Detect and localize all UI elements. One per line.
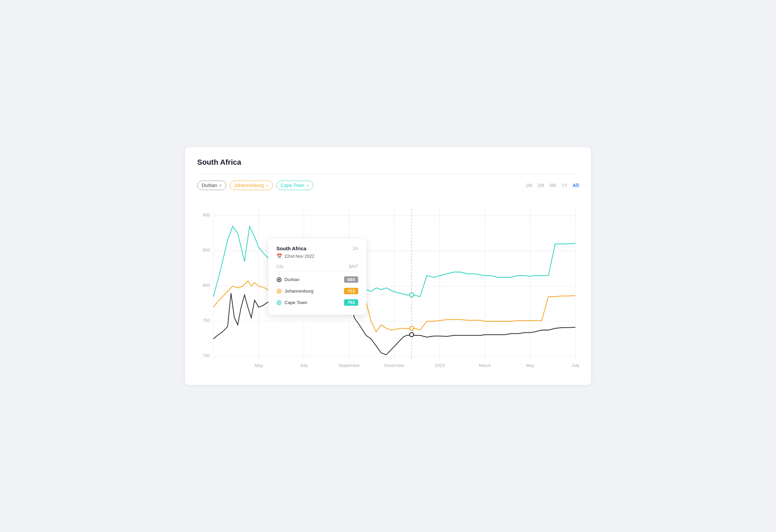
svg-text:750: 750 (203, 318, 210, 323)
tooltip-row-durban: Durban 684 (276, 274, 358, 285)
tooltip-table-header: City $/MT (276, 264, 358, 271)
calendar-icon: 📅 (276, 253, 282, 259)
svg-point-21 (410, 326, 414, 330)
svg-text:September: September (338, 363, 360, 368)
main-card: South Africa Durban × Johannesburg × Cap… (185, 147, 591, 385)
chart-area: 900 850 800 750 700 (197, 198, 579, 374)
svg-text:800: 800 (203, 283, 210, 288)
tooltip-value-johannesburg: 713 (344, 288, 358, 294)
svg-text:May: May (254, 363, 263, 368)
tooltip-date-text: 22nd Nov 2022 (284, 254, 314, 259)
svg-text:850: 850 (203, 248, 210, 253)
tooltip-row-johannesburg: Johannesburg 713 (276, 285, 358, 297)
svg-point-32 (278, 279, 280, 280)
tooltip-value-durban: 684 (344, 276, 358, 283)
time-btn-1y[interactable]: 1Y (562, 183, 567, 188)
svg-point-20 (410, 293, 414, 297)
tag-johannesburg-remove[interactable]: × (266, 183, 269, 188)
tooltip-city-durban: Durban (276, 277, 299, 282)
svg-text:July: July (571, 363, 579, 368)
page-title: South Africa (197, 158, 579, 167)
time-filters: 1M 2M 6M 1Y All (526, 183, 579, 188)
tooltip-row-capetown: Cape Town 753 (276, 297, 358, 308)
tag-capetown[interactable]: Cape Town × (276, 181, 313, 190)
svg-text:2023: 2023 (435, 363, 444, 368)
tooltip-city-johannesburg: Johannesburg (276, 288, 314, 294)
svg-text:May: May (526, 363, 534, 368)
tags-container: Durban × Johannesburg × Cape Town × (197, 181, 313, 190)
svg-text:700: 700 (203, 353, 210, 358)
tooltip-code: ZA (352, 246, 358, 251)
svg-text:March: March (479, 363, 491, 368)
tooltip-country: South Africa (276, 246, 306, 251)
time-btn-all[interactable]: All (573, 183, 579, 188)
tooltip-value-header: $/MT (349, 264, 358, 269)
divider (197, 174, 579, 174)
controls-row: Durban × Johannesburg × Cape Town × 1M 2… (197, 181, 579, 190)
time-btn-1m[interactable]: 1M (526, 183, 532, 188)
svg-text:November: November (384, 363, 405, 368)
durban-dot-icon (276, 277, 282, 282)
tooltip-value-capetown: 753 (344, 299, 358, 306)
chart-svg: 900 850 800 750 700 (197, 198, 579, 374)
tooltip-date: 📅 22nd Nov 2022 (276, 253, 358, 259)
tag-durban-label: Durban (202, 183, 217, 188)
johannesburg-dot-icon (276, 288, 282, 294)
tooltip: South Africa ZA 📅 22nd Nov 2022 City $/M… (268, 239, 366, 315)
tag-durban-remove[interactable]: × (219, 183, 222, 188)
time-btn-2m[interactable]: 2M (538, 183, 544, 188)
tooltip-table: City $/MT Durban 684 (276, 264, 358, 308)
svg-point-36 (278, 302, 280, 303)
svg-text:900: 900 (203, 212, 210, 217)
tooltip-city-capetown-label: Cape Town (284, 300, 307, 305)
capetown-dot-icon (276, 300, 282, 305)
time-btn-6m[interactable]: 6M (550, 183, 556, 188)
tag-johannesburg-label: Johannesburg (234, 183, 264, 188)
tag-durban[interactable]: Durban × (197, 181, 226, 190)
svg-point-34 (278, 290, 280, 292)
tag-johannesburg[interactable]: Johannesburg × (230, 181, 273, 190)
tooltip-city-header: City (276, 264, 283, 269)
tag-capetown-remove[interactable]: × (306, 183, 309, 188)
tooltip-header: South Africa ZA (276, 246, 358, 251)
svg-text:July: July (300, 363, 308, 368)
tag-capetown-label: Cape Town (281, 183, 304, 188)
tooltip-city-capetown: Cape Town (276, 300, 307, 305)
tooltip-city-johannesburg-label: Johannesburg (284, 288, 314, 294)
svg-point-22 (410, 332, 414, 337)
tooltip-city-durban-label: Durban (284, 277, 299, 282)
